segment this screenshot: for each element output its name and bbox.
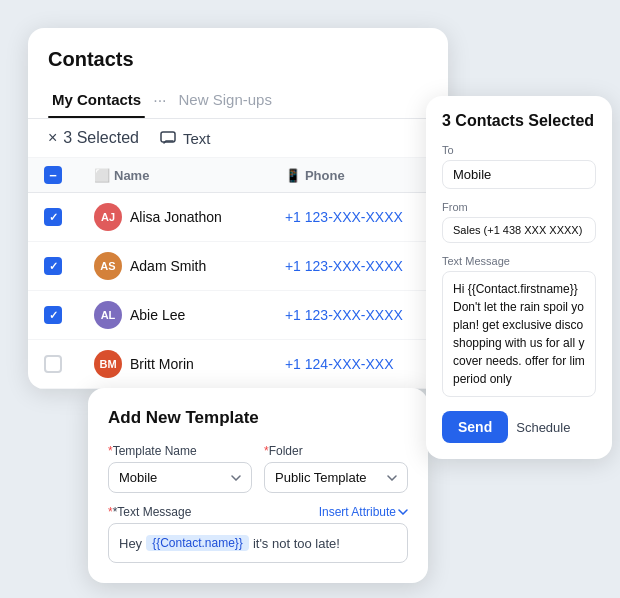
insert-attribute-button[interactable]: Insert Attribute	[319, 505, 408, 519]
schedule-button[interactable]: Schedule	[516, 411, 570, 443]
table-row: AJAlisa Jonathon+1 123-XXX-XXXX	[28, 193, 448, 242]
text-action-button[interactable]: Text	[159, 129, 211, 147]
folder-select[interactable]: Public Template	[264, 462, 408, 493]
avatar: AJ	[94, 203, 122, 231]
row-checkbox[interactable]	[44, 257, 62, 275]
text-message-label: **Text Message	[108, 505, 191, 519]
close-selection-button[interactable]: × 3 Selected	[48, 129, 139, 147]
contacts-title: Contacts	[28, 48, 448, 83]
contacts-table: ⬜Name 📱Phone AJAlisa Jonathon+1 123-XXX-…	[28, 158, 448, 389]
close-icon: ×	[48, 129, 57, 147]
name-col-icon: ⬜	[94, 168, 110, 183]
selection-count: 3 Selected	[63, 129, 139, 147]
contact-phone: +1 123-XXX-XXXX	[285, 258, 403, 274]
table-row: ASAdam Smith+1 123-XXX-XXXX	[28, 242, 448, 291]
contact-name: Abie Lee	[130, 307, 185, 323]
from-value: Sales (+1 438 XXX XXXX)	[442, 217, 596, 243]
folder-label: *Folder	[264, 444, 408, 458]
panel-heading: 3 Contacts Selected	[442, 112, 596, 130]
text-message-panel-content: Hi {{Contact.firstname}} Don't let the r…	[442, 271, 596, 397]
text-message-panel-label: Text Message	[442, 255, 596, 267]
message-preview[interactable]: Hey {{Contact.name}} it's not too late!	[108, 523, 408, 563]
text-message-row: **Text Message Insert Attribute	[108, 505, 408, 519]
send-button[interactable]: Send	[442, 411, 508, 443]
tab-new-signups[interactable]: New Sign-ups	[175, 83, 276, 118]
tabs-more-dots[interactable]: ···	[149, 92, 170, 110]
avatar: AS	[94, 252, 122, 280]
text-button-label: Text	[183, 130, 211, 147]
tabs-row: My Contacts ··· New Sign-ups	[28, 83, 448, 119]
table-row: BMBritt Morin+1 124-XXX-XXX	[28, 340, 448, 389]
select-all-checkbox[interactable]	[44, 166, 62, 184]
folder-group: *Folder Public Template	[264, 444, 408, 493]
row-checkbox[interactable]	[44, 355, 62, 373]
col-header-name: ⬜Name	[78, 158, 269, 193]
to-value: Mobile	[442, 160, 596, 189]
contact-name: Britt Morin	[130, 356, 194, 372]
template-name-group: *Template Name Mobile	[108, 444, 252, 493]
col-header-phone: 📱Phone	[269, 158, 448, 193]
text-message-icon	[159, 129, 177, 147]
panel-actions: Send Schedule	[442, 411, 596, 443]
row-checkbox[interactable]	[44, 306, 62, 324]
contact-phone: +1 123-XXX-XXXX	[285, 209, 403, 225]
contact-name: Adam Smith	[130, 258, 206, 274]
selection-bar: × 3 Selected Text	[28, 119, 448, 158]
template-form-row-1: *Template Name Mobile *Folder Public Tem…	[108, 444, 408, 493]
chevron-down-icon	[398, 509, 408, 515]
row-checkbox[interactable]	[44, 208, 62, 226]
message-prefix: Hey	[119, 536, 142, 551]
right-panel: 3 Contacts Selected To Mobile From Sales…	[426, 96, 612, 459]
to-label: To	[442, 144, 596, 156]
avatar: AL	[94, 301, 122, 329]
avatar: BM	[94, 350, 122, 378]
message-suffix: it's not too late!	[253, 536, 340, 551]
contact-name-tag: {{Contact.name}}	[146, 535, 249, 551]
tab-my-contacts[interactable]: My Contacts	[48, 83, 145, 118]
template-card: Add New Template *Template Name Mobile *…	[88, 388, 428, 583]
from-label: From	[442, 201, 596, 213]
template-name-select[interactable]: Mobile	[108, 462, 252, 493]
template-name-label: *Template Name	[108, 444, 252, 458]
contact-phone: +1 124-XXX-XXX	[285, 356, 394, 372]
phone-col-icon: 📱	[285, 168, 301, 183]
template-card-title: Add New Template	[108, 408, 408, 428]
contacts-card: Contacts My Contacts ··· New Sign-ups × …	[28, 28, 448, 389]
col-header-check	[28, 158, 78, 193]
contact-phone: +1 123-XXX-XXXX	[285, 307, 403, 323]
contact-name: Alisa Jonathon	[130, 209, 222, 225]
table-row: ALAbie Lee+1 123-XXX-XXXX	[28, 291, 448, 340]
